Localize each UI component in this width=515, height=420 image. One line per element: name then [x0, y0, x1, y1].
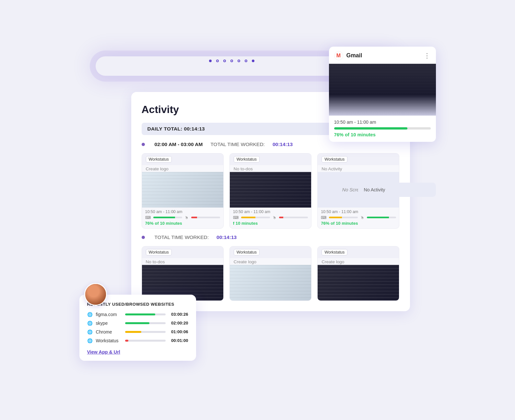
- website-bar-fill-4: [125, 340, 128, 342]
- gmail-footer: 10:50 am - 11:00 am 76% of 10 minutes: [329, 116, 436, 142]
- screenshot-header-2: Workstatus: [230, 153, 311, 165]
- screenshot-time-3: 10:50 am - 11:00 am: [321, 210, 396, 214]
- activity-percent-3: 76% of 10 minutes: [321, 221, 396, 226]
- screenshot-img-2: [230, 172, 311, 208]
- website-bar-3: [125, 331, 166, 333]
- screenshot-tag-5: Workstatus: [234, 249, 260, 255]
- keyboard-icon-3: ⌨: [321, 215, 326, 220]
- daily-total-time: 00:14:13: [184, 126, 205, 131]
- gmail-title: Gmail: [346, 52, 362, 59]
- website-time-1: 03:00:26: [169, 312, 188, 317]
- activity-bar-row-2: ⌨ 🖱: [233, 215, 308, 220]
- screenshot-header-6: Workstatus: [318, 246, 399, 258]
- screenshot-footer-2: 10:50 am - 11:00 am ⌨ 🖱 f 10 minutes: [230, 208, 311, 228]
- gmail-more-icon[interactable]: ⋮: [424, 52, 431, 60]
- website-bar-fill-3: [125, 331, 141, 333]
- mouse-icon-2: 🖱: [273, 215, 276, 220]
- avatar: [84, 283, 107, 306]
- screenshot-task-6: Create logo: [318, 258, 399, 265]
- screenshot-time-1: 10:50 am - 11:00 am: [145, 210, 220, 214]
- screenshot-tag-2: Workstatus: [234, 156, 260, 163]
- website-row-3: 🌐 Chrome 01:00:06: [87, 329, 188, 335]
- activity-bar-row-1: ⌨ 🖱: [145, 215, 220, 220]
- screenshot-img-5: [230, 265, 311, 301]
- website-name-3: Chrome: [96, 329, 122, 335]
- screenshot-tag-6: Workstatus: [322, 249, 347, 255]
- screenshot-img-6: [318, 265, 399, 301]
- globe-icon-4: 🌐: [87, 338, 93, 343]
- website-bar-1: [125, 313, 166, 315]
- screenshot-task-5: Create logo: [230, 258, 311, 265]
- gmail-card: M Gmail ⋮ 10:50 am - 11:00 am 76% of 10 …: [329, 47, 436, 142]
- second-time-block: TOTAL TIME WORKED: 00:14:13 Workstatus N…: [142, 234, 400, 301]
- gmail-screenshot: [329, 64, 436, 116]
- screenshot-header-1: Workstatus: [142, 153, 223, 165]
- gmail-progress-bar: [334, 127, 431, 130]
- screenshot-header-5: Workstatus: [230, 246, 311, 258]
- no-activity-label: No Activity: [364, 187, 385, 192]
- time-dot: [142, 143, 145, 146]
- screenshot-header-4: Workstatus: [142, 246, 223, 258]
- no-activity-card: No Activity: [358, 183, 436, 197]
- website-name-4: Workstatus: [96, 338, 122, 343]
- time-range-row-2: TOTAL TIME WORKED: 00:14:13: [142, 234, 400, 240]
- screenshots-row-2: Workstatus No to-dos Workstatus Create l…: [142, 246, 400, 301]
- time-dot-2: [142, 236, 145, 239]
- website-row-4: 🌐 Workstatus 00:01:00: [87, 338, 188, 343]
- website-bar-fill-2: [125, 322, 149, 324]
- total-time-label-2: TOTAL TIME WORKED:: [155, 234, 209, 240]
- keyboard-icon-1: ⌨: [145, 215, 151, 220]
- time-range-row: 02:00 AM - 03:00 AM TOTAL TIME WORKED: 0…: [142, 142, 400, 147]
- globe-icon-3: 🌐: [87, 329, 93, 335]
- screenshot-task-3: No Activity: [318, 165, 399, 172]
- screenshot-footer-1: 10:50 am - 11:00 am ⌨ 🖱 76% of 10 minute…: [142, 208, 223, 228]
- screenshot-tag-3: Workstatus: [322, 156, 347, 163]
- gmail-progress-fill: [334, 127, 407, 130]
- daily-total-label: DAILY TOTAL:: [147, 126, 182, 131]
- website-bar-fill-1: [125, 313, 156, 315]
- time-range-label: 02:00 AM - 03:00 AM: [155, 142, 203, 147]
- gmail-percent: 76% of 10 minutes: [334, 132, 431, 137]
- screenshot-task-4: No to-dos: [142, 258, 223, 265]
- keyboard-icon-2: ⌨: [233, 215, 239, 220]
- screenshot-card-6: Workstatus Create logo: [317, 246, 399, 301]
- website-name-1: figma.com: [96, 312, 122, 317]
- total-time-value: 00:14:13: [273, 142, 293, 147]
- screenshot-task-2: No to-dos: [230, 165, 311, 172]
- website-row-1: 🌐 figma.com 03:00:26: [87, 312, 188, 317]
- mouse-icon-3: 🖱: [360, 215, 364, 220]
- gmail-time: 10:50 am - 11:00 am: [334, 119, 431, 125]
- website-row-2: 🌐 skype 02:00:20: [87, 321, 188, 326]
- website-time-4: 00:01:00: [169, 338, 188, 343]
- activity-bar-row-3: ⌨ 🖱: [321, 215, 396, 220]
- activity-percent-1: 76% of 10 minutes: [145, 221, 220, 226]
- screenshot-card-2: Workstatus No to-dos 10:50 am - 11:00 am…: [229, 153, 311, 229]
- gmail-header: M Gmail ⋮: [329, 47, 436, 64]
- gmail-m-icon: M: [334, 51, 343, 60]
- screenshot-img-1: [142, 172, 223, 208]
- screenshot-tag-1: Workstatus: [146, 156, 172, 163]
- website-bar-2: [125, 322, 166, 324]
- avatar-image: [85, 284, 106, 305]
- gmail-title-row: M Gmail: [334, 51, 362, 60]
- view-app-url-link[interactable]: View App & Url: [87, 349, 120, 355]
- globe-icon-1: 🌐: [87, 312, 93, 317]
- website-name-2: skype: [96, 321, 122, 326]
- total-time-label: TOTAL TIME WORKED:: [210, 142, 265, 147]
- total-time-value-2: 00:14:13: [217, 234, 237, 240]
- website-bar-4: [125, 340, 166, 342]
- screenshot-header-3: Workstatus: [318, 153, 399, 165]
- activity-percent-2: f 10 minutes: [233, 221, 308, 226]
- screenshot-card-5: Workstatus Create logo: [229, 246, 311, 301]
- mouse-icon-1: 🖱: [185, 215, 189, 220]
- website-time-3: 01:00:06: [169, 329, 188, 334]
- screenshot-tag-4: Workstatus: [146, 249, 172, 255]
- website-time-2: 02:00:20: [169, 321, 188, 325]
- screenshot-card-1: Workstatus Create logo 10:50 am - 11:00 …: [142, 153, 224, 229]
- globe-icon-2: 🌐: [87, 321, 93, 326]
- screenshot-card-4: Workstatus No to-dos: [142, 246, 224, 301]
- screenshot-footer-3: 10:50 am - 11:00 am ⌨ 🖱 76% of 10 minute…: [318, 208, 399, 228]
- screenshot-time-2: 10:50 am - 11:00 am: [233, 210, 308, 214]
- screenshot-task-1: Create logo: [142, 165, 223, 172]
